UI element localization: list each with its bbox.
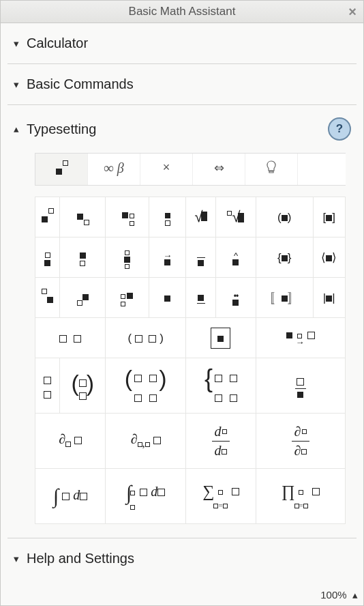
btn-piecewise[interactable]: { bbox=[186, 358, 256, 414]
btn-matrix-2x2[interactable]: ( ) bbox=[106, 358, 186, 414]
basic-commands-label: Basic Commands bbox=[27, 76, 134, 92]
btn-superscript[interactable] bbox=[35, 197, 60, 237]
typesetting-header[interactable]: ▴ Typesetting ? bbox=[7, 105, 357, 153]
btn-double-square[interactable]: 〚〛 bbox=[256, 278, 313, 318]
tab-times[interactable]: × bbox=[140, 154, 193, 185]
btn-sum[interactable]: ∑= bbox=[186, 469, 256, 524]
tab-templates[interactable] bbox=[35, 154, 88, 185]
btn-overbar[interactable] bbox=[186, 237, 216, 278]
btn-product[interactable]: ∏= bbox=[256, 469, 345, 524]
btn-definite-integral[interactable]: ∫ d bbox=[106, 469, 186, 524]
zoom-control[interactable]: 100% ▴ bbox=[320, 589, 358, 601]
btn-left-sub[interactable] bbox=[60, 278, 106, 318]
btn-integral[interactable]: ∫ d bbox=[35, 469, 106, 524]
chevron-down-icon: ▾ bbox=[10, 78, 22, 91]
chevron-down-icon: ▾ bbox=[10, 553, 22, 565]
btn-abs-bars[interactable]: || bbox=[313, 278, 345, 318]
section-calculator: ▾ Calculator bbox=[7, 23, 357, 64]
chevron-down-icon: ▾ bbox=[10, 38, 22, 50]
btn-subsuperscript[interactable] bbox=[106, 197, 149, 237]
help-settings-header[interactable]: ▾ Help and Settings bbox=[7, 538, 357, 579]
btn-under[interactable] bbox=[60, 237, 106, 278]
btn-over-under[interactable] bbox=[149, 197, 186, 237]
basic-commands-header[interactable]: ▾ Basic Commands bbox=[7, 64, 357, 104]
btn-dd-fraction[interactable]: dd bbox=[186, 414, 256, 469]
section-basic-commands: ▾ Basic Commands bbox=[7, 64, 357, 105]
btn-double-dot[interactable]: •• bbox=[216, 278, 256, 318]
btn-parentheses[interactable]: () bbox=[256, 197, 313, 237]
btn-column-pair[interactable] bbox=[35, 358, 60, 414]
section-help-settings: ▾ Help and Settings bbox=[7, 538, 357, 579]
btn-over[interactable] bbox=[35, 237, 60, 278]
close-icon[interactable]: × bbox=[348, 1, 357, 23]
help-icon[interactable]: ? bbox=[328, 117, 351, 141]
tab-symbols[interactable]: ∞ β bbox=[88, 154, 140, 185]
typesetting-label: Typesetting bbox=[27, 121, 96, 137]
btn-underbar[interactable] bbox=[186, 278, 216, 318]
btn-vector-arrow[interactable]: → bbox=[149, 237, 186, 278]
btn-framed-box[interactable] bbox=[186, 318, 256, 358]
tab-arrows[interactable]: ⇔ bbox=[193, 154, 245, 185]
btn-partial-single[interactable]: ∂ bbox=[35, 414, 106, 469]
btn-sqrt[interactable]: √ bbox=[186, 197, 216, 237]
btn-two-boxes[interactable] bbox=[35, 318, 106, 358]
zoom-value: 100% bbox=[320, 589, 346, 601]
tab-hints[interactable] bbox=[245, 154, 298, 185]
btn-curly-braces[interactable]: {} bbox=[256, 237, 313, 278]
btn-fraction-box[interactable] bbox=[256, 358, 345, 414]
window-title: Basic Math Assistant bbox=[129, 5, 236, 18]
section-typesetting: ▴ Typesetting ? ∞ β × ⇔ bbox=[7, 105, 357, 538]
btn-left-subsuper[interactable] bbox=[106, 278, 149, 318]
btn-binomial[interactable]: () bbox=[60, 358, 106, 414]
btn-partial-fraction[interactable]: ∂∂ bbox=[256, 414, 345, 469]
zoom-up-icon[interactable]: ▴ bbox=[352, 589, 358, 601]
btn-left-super[interactable] bbox=[35, 278, 60, 318]
help-settings-label: Help and Settings bbox=[27, 551, 134, 566]
btn-partial-double[interactable]: ∂, bbox=[106, 414, 186, 469]
btn-labeled-arrow[interactable]: → bbox=[256, 318, 345, 358]
btn-underscript[interactable] bbox=[149, 278, 186, 318]
window-titlebar: Basic Math Assistant × bbox=[1, 1, 363, 23]
calculator-label: Calculator bbox=[27, 35, 88, 51]
template-grid: √ √ () [] → ^ {} ⟨⟩ bbox=[35, 197, 346, 524]
btn-hat[interactable]: ^ bbox=[216, 237, 256, 278]
btn-subscript[interactable] bbox=[60, 197, 106, 237]
btn-paren-two[interactable]: ( ) bbox=[106, 318, 186, 358]
calculator-header[interactable]: ▾ Calculator bbox=[7, 23, 357, 63]
typesetting-tabs: ∞ β × ⇔ bbox=[35, 153, 346, 186]
btn-over-under2[interactable] bbox=[106, 237, 149, 278]
chevron-up-icon: ▴ bbox=[10, 123, 22, 135]
btn-angle-brackets[interactable]: ⟨⟩ bbox=[313, 237, 345, 278]
typesetting-body: ∞ β × ⇔ √ √ () [] bbox=[7, 153, 357, 538]
btn-square-brackets[interactable]: [] bbox=[313, 197, 345, 237]
btn-nth-root[interactable]: √ bbox=[216, 197, 256, 237]
